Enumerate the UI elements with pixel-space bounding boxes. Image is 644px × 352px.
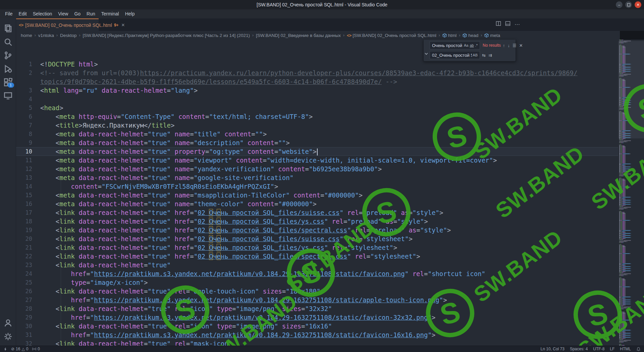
line-number[interactable]: 1 [16,60,38,69]
code-line-19[interactable]: 19 <link data-react-helmet="true" href="… [16,226,618,234]
code-line-26[interactable]: 26 <link data-react-helmet="true" rel="a… [16,287,618,296]
line-number[interactable]: 7 [16,121,38,130]
cursor-position[interactable]: Ln 10, Col 73 [541,347,565,351]
replace-input[interactable]: 02_Очень простой SQL_files/ AB [430,51,480,59]
code-line-22[interactable]: 22 <link data-react-helmet="true" href="… [16,252,618,261]
line-number[interactable]: 10 [16,147,38,156]
code-line-5[interactable]: 5<head> [16,103,618,112]
line-number[interactable]: 20 [16,234,38,243]
run-debug-icon[interactable] [0,62,16,76]
previous-match-icon[interactable]: ↑ [502,43,506,48]
line-number[interactable]: 6 [16,112,38,121]
code-line-16[interactable]: 16 <meta data-react-helmet="true" name="… [16,200,618,208]
source-control-icon[interactable] [0,49,16,62]
line-number[interactable]: 3 [16,86,38,95]
line-number[interactable]: 26 [16,287,38,296]
editor-pane[interactable]: 1<!DOCTYPE html>2<!-- saved from url=(02… [16,40,618,346]
tab-active-file[interactable]: <> [SW.BAND] 02_Очень простой SQL.html 9… [16,18,99,31]
code-line-2[interactable]: 2<!-- saved from url=(0203)https://pract… [16,69,618,77]
code-line-25[interactable]: 25 type="image/x-icon"> [16,278,618,287]
line-number[interactable]: 23 [16,261,38,269]
line-number[interactable]: 32 [16,339,38,346]
accounts-icon[interactable] [0,316,16,330]
code-line-18[interactable]: 18 <link data-react-helmet="true" href="… [16,217,618,226]
eol[interactable]: LF [610,347,614,351]
split-editor-icon[interactable] [496,21,501,28]
preserve-case-toggle[interactable]: AB [472,53,478,57]
line-number[interactable]: 17 [16,208,38,217]
menu-item-help[interactable]: Help [122,9,138,18]
remote-indicator-icon[interactable] [3,347,7,351]
minimize-button[interactable]: – [616,1,623,8]
line-number[interactable]: 21 [16,243,38,252]
settings-gear-icon[interactable] [0,330,16,343]
line-number[interactable] [16,77,38,86]
more-actions-icon[interactable]: ⋯ [515,21,520,28]
line-number[interactable]: 2 [16,69,38,77]
indentation[interactable]: Spaces: 4 [570,347,588,351]
code-line-4[interactable]: 4 [16,95,618,103]
line-number[interactable]: 13 [16,173,38,182]
tab-close-icon[interactable]: ✕ [121,23,125,28]
code-line-15[interactable]: 15 <meta data-react-helmet="true" name="… [16,191,618,200]
code-line-12[interactable]: 12 <meta data-react-helmet="true" name="… [16,165,618,173]
line-number[interactable]: 28 [16,304,38,313]
line-number[interactable]: 4 [16,95,38,103]
code-line-27[interactable]: 27 href="https://praktikum.s3.yandex.net… [16,296,618,304]
line-number[interactable]: 30 [16,322,38,331]
close-button[interactable]: ✕ [635,1,641,8]
code-line-wrap[interactable]: topics/9f0d79bc-2621-4dbe-b5f9-f1ff56ebd… [16,77,618,86]
menu-item-run[interactable]: Run [84,9,98,18]
code-line-21[interactable]: 21 <link data-react-helmet="true" href="… [16,243,618,252]
code-line-28[interactable]: 28 <link data-react-helmet="true" rel="i… [16,304,618,313]
code-line-13[interactable]: 13 <meta data-react-helmet="true" name="… [16,173,618,182]
find-expand-chevron-icon[interactable] [424,51,428,55]
code-line-30[interactable]: 30 <link data-react-helmet="true" rel="i… [16,322,618,331]
code-line-23[interactable]: 23 <link data-react-helmet="true" [16,261,618,269]
code-line-14[interactable]: 14 content="FSCwrNjvEM8wXBr0TFzl58qR0sEi… [16,182,618,191]
code-line-32[interactable]: 32 <link data-react-helmet="true" rel="m… [16,339,618,346]
line-number[interactable]: 12 [16,165,38,173]
menu-item-selection[interactable]: Selection [30,9,55,18]
regex-toggle[interactable]: .* [475,43,478,47]
code-line-1[interactable]: 1<!DOCTYPE html> [16,60,618,69]
code-line-20[interactable]: 20 <link data-react-helmet="true" href="… [16,234,618,243]
toggle-layout-icon[interactable] [505,21,511,28]
breadcrumb-item[interactable]: v1ntoka [38,33,54,38]
close-find-icon[interactable]: ✕ [519,43,524,48]
line-number[interactable]: 22 [16,252,38,261]
notifications-bell-icon[interactable] [636,347,641,351]
find-in-selection-icon[interactable]: ☰ [512,43,517,48]
breadcrumb-item[interactable]: meta [484,33,500,38]
code-line-10[interactable]: 10 <meta data-react-helmet="true" proper… [16,147,618,156]
line-number[interactable]: 14 [16,182,38,191]
code-line-24[interactable]: 24 href="https://praktikum.s3.yandex.net… [16,269,618,278]
find-input[interactable]: Очень простой SQL_files/ Aa ab .* [430,41,480,49]
line-number[interactable]: 5 [16,103,38,112]
match-case-toggle[interactable]: Aa [463,43,469,47]
code-line-29[interactable]: 29 href="https://praktikum.s3.yandex.net… [16,313,618,322]
breadcrumb-item[interactable]: <>[SW.BAND] 02_Очень простой SQL.html [347,33,436,38]
next-match-icon[interactable]: ↓ [507,43,511,48]
extensions-icon[interactable]: 1 [0,76,16,89]
code-line-17[interactable]: 17 <link data-react-helmet="true" href="… [16,208,618,217]
menu-item-view[interactable]: View [55,9,71,18]
breadcrumb-item[interactable]: Desktop [60,33,77,38]
remote-explorer-icon[interactable] [0,89,16,102]
menu-item-edit[interactable]: Edit [16,9,30,18]
line-number[interactable]: 8 [16,130,38,138]
code-line-6[interactable]: 6 <meta http-equiv="Content-Type" conten… [16,112,618,121]
code-line-9[interactable]: 9 <meta data-react-helmet="true" name="d… [16,138,618,147]
search-icon[interactable] [0,35,16,49]
code-line-31[interactable]: 31 href="https://praktikum.s3.yandex.net… [16,331,618,339]
breadcrumb-item[interactable]: html [442,33,457,38]
breadcrumb-item[interactable]: [SW.BAND] 02_Введение в базы данных [256,33,341,38]
line-number[interactable]: 18 [16,217,38,226]
line-number[interactable]: 9 [16,138,38,147]
explorer-icon[interactable] [0,22,16,35]
code-line-8[interactable]: 8 <meta data-react-helmet="true" name="t… [16,130,618,138]
replace-icon[interactable]: ⇆ [481,53,486,58]
code-line-11[interactable]: 11 <meta data-react-helmet="true" name="… [16,156,618,165]
line-number[interactable]: 15 [16,191,38,200]
menu-item-file[interactable]: File [2,9,16,18]
